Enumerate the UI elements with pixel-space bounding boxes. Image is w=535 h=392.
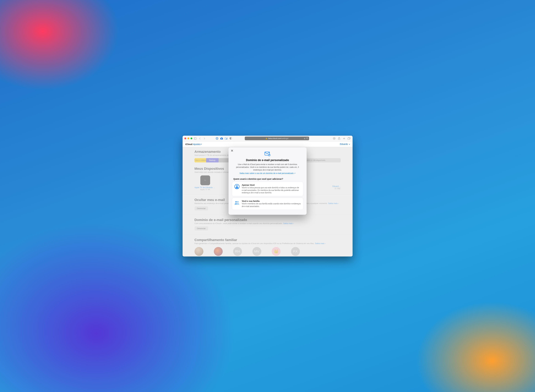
camera-extension-icon[interactable] [220,137,223,140]
svg-point-15 [269,154,270,155]
custom-domain-modal: Domínio de e-mail personalizado Use o Ma… [229,147,307,215]
svg-rect-0 [194,137,196,139]
safari-window: 🔒 beta.icloud.com/settings/ ⊞ [183,136,353,257]
modal-learn-more-link[interactable]: Saiba mais sobre o uso de um domínio de … [232,172,303,174]
option-you-and-family[interactable]: Você e sua família Você e membros de sua… [232,198,303,210]
modal-question: Quem usará o domínio que você quer adici… [234,178,303,180]
modal-desc: Use o Mail do iCloud para enviar e receb… [232,163,303,171]
svg-point-18 [235,201,237,203]
back-button[interactable] [198,137,201,140]
window-controls [184,137,192,139]
onepassword-icon[interactable] [215,137,219,140]
account-menu[interactable]: Eduardo ▾ [340,143,350,145]
option-only-you[interactable]: Apenas Você Você é a única pessoa que us… [232,182,303,196]
sidebar-toggle-icon[interactable] [194,137,197,140]
safari-toolbar: 🔒 beta.icloud.com/settings/ ⊞ [183,136,353,141]
people-icon [234,200,240,205]
close-window-button[interactable] [184,137,186,139]
svg-rect-5 [221,137,222,138]
maximize-window-button[interactable] [191,137,192,139]
svg-point-17 [236,185,238,187]
svg-point-6 [221,138,222,139]
minimize-window-button[interactable] [187,137,189,139]
svg-rect-12 [348,138,350,140]
option-desc: Você é a única pessoa que usa este domín… [242,187,301,194]
svg-point-19 [237,201,239,203]
option-title: Você e sua família [242,200,301,202]
chevron-down-icon: ▾ [349,144,350,145]
person-circle-icon [234,184,240,189]
icloud-header: iCloud Ajustes ▾ Eduardo ▾ [183,141,353,147]
pip-extension-icon[interactable] [225,137,228,140]
share-icon[interactable] [337,137,341,140]
option-desc: Você e membros de sua família estão usan… [242,202,301,208]
icloud-brand: iCloud [185,143,192,145]
new-tab-icon[interactable] [342,137,346,140]
svg-rect-8 [226,138,227,139]
downloads-icon[interactable] [333,137,336,140]
modal-title: Domínio de e-mail personalizado [232,159,303,162]
reload-icon[interactable] [306,137,308,140]
chevron-down-icon: ▾ [201,143,202,145]
svg-rect-3 [217,138,217,139]
close-icon[interactable] [231,149,233,153]
option-title: Apenas Você [242,184,301,186]
url-text: beta.icloud.com/settings/ [268,137,289,140]
privacy-shield-icon[interactable] [229,137,233,140]
envelope-user-icon [232,151,303,157]
tabs-overview-icon[interactable] [347,137,351,140]
reader-icon[interactable]: ⊞ [304,138,305,139]
forward-button[interactable] [203,137,206,140]
url-bar[interactable]: 🔒 beta.icloud.com/settings/ ⊞ [245,137,309,140]
lock-icon: 🔒 [265,137,268,140]
breadcrumb-settings[interactable]: Ajustes [193,143,201,145]
